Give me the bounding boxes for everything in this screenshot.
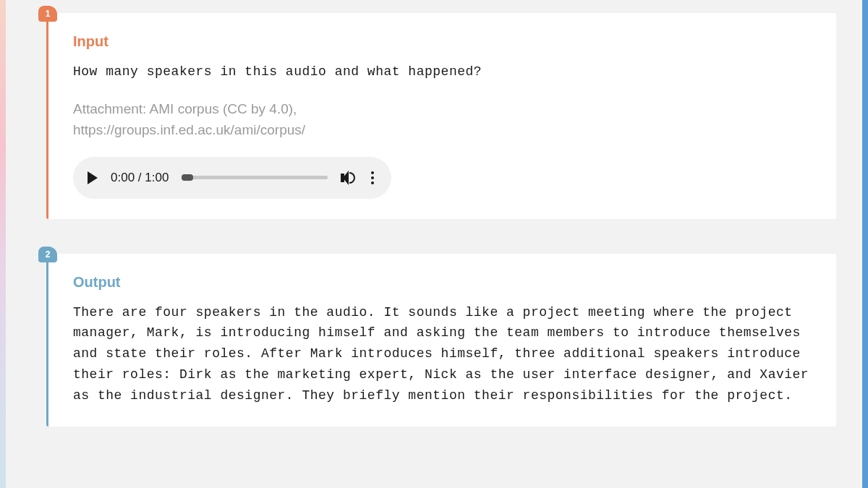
volume-wave-icon <box>349 172 355 184</box>
input-card: 1 Input How many speakers in this audio … <box>46 13 836 219</box>
left-gradient-strip <box>0 0 6 488</box>
output-step-badge: 2 <box>38 247 57 262</box>
input-prompt-text: How many speakers in this audio and what… <box>73 61 816 82</box>
audio-progress-thumb[interactable] <box>182 174 193 181</box>
volume-icon[interactable] <box>341 171 355 185</box>
output-card: 2 Output There are four speakers in the … <box>46 254 836 427</box>
content-area: 1 Input How many speakers in this audio … <box>6 0 862 488</box>
input-step-badge: 1 <box>38 6 57 22</box>
attachment-line-2: https://groups.inf.ed.ac.uk/ami/corpus/ <box>73 119 816 140</box>
attachment-line-1: Attachment: AMI corpus (CC by 4.0), <box>73 98 816 119</box>
kebab-menu-icon[interactable] <box>368 168 377 187</box>
play-icon[interactable] <box>88 171 98 184</box>
output-title: Output <box>73 274 816 291</box>
audio-time-display: 0:00 / 1:00 <box>111 171 169 185</box>
output-text: There are four speakers in the audio. It… <box>73 302 816 406</box>
right-blue-strip <box>862 0 868 488</box>
attachment-info: Attachment: AMI corpus (CC by 4.0), http… <box>73 98 816 141</box>
input-title: Input <box>73 33 816 50</box>
audio-progress-track[interactable] <box>182 176 328 179</box>
audio-player[interactable]: 0:00 / 1:00 <box>73 157 391 199</box>
